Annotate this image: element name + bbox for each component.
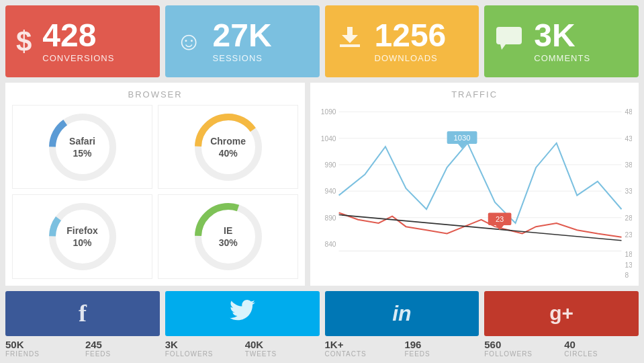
googleplus-bar: g+	[484, 291, 639, 336]
linkedin-icon: in	[392, 301, 411, 326]
bottom-cards: f 50K FRIENDS 245 FEEDS	[5, 291, 639, 358]
googleplus-stats: 560 FOLLOWERS 40 CIRCLES	[484, 336, 639, 358]
svg-text:48: 48	[625, 109, 632, 116]
svg-text:840: 840	[325, 241, 336, 248]
svg-rect-1	[496, 27, 522, 44]
sessions-number: 27K	[213, 19, 272, 52]
twitter-followers-label: FOLLOWERS	[165, 350, 240, 358]
svg-text:38: 38	[625, 161, 632, 169]
svg-text:1090: 1090	[321, 109, 336, 116]
social-card-googleplus: g+ 560 FOLLOWERS 40 CIRCLES	[484, 291, 639, 358]
smiley-icon: ☺	[176, 27, 202, 56]
social-card-facebook: f 50K FRIENDS 245 FEEDS	[5, 291, 160, 358]
donut-firefox: Firefox10%	[12, 194, 152, 278]
twitter-icon	[230, 300, 255, 327]
downloads-number: 1256	[375, 19, 447, 52]
svg-text:43: 43	[625, 135, 632, 143]
googleplus-circles: 40 CIRCLES	[564, 339, 639, 358]
svg-text:1030: 1030	[454, 134, 471, 142]
facebook-icon: f	[79, 299, 87, 327]
svg-text:8: 8	[625, 272, 629, 279]
chart-area: 1090 1040 990 940 890 840 48 43 38 33 28…	[317, 105, 632, 279]
svg-text:890: 890	[325, 214, 336, 222]
stat-card-comments: 3K COMMENTS	[484, 5, 639, 77]
facebook-feeds: 245 FEEDS	[85, 339, 160, 358]
twitter-tweets-label: TWEETS	[245, 350, 320, 358]
twitter-bar	[165, 291, 320, 336]
chrome-label: Chrome40%	[210, 135, 246, 159]
firefox-label: Firefox10%	[66, 225, 98, 249]
linkedin-bar: in	[325, 291, 479, 336]
googleplus-followers-number: 560	[484, 339, 559, 350]
sessions-info: 27K SESSIONS	[213, 19, 272, 63]
downloads-info: 1256 DOWNLOADS	[375, 19, 447, 63]
twitter-tweets: 40K TWEETS	[245, 339, 320, 358]
conversions-label: CONVERSIONS	[42, 53, 114, 63]
conversions-info: 428 CONVERSIONS	[42, 19, 114, 63]
linkedin-feeds-number: 196	[404, 339, 479, 350]
linkedin-contacts-label: CONTACTS	[325, 350, 400, 358]
facebook-friends-label: FRIENDS	[5, 350, 80, 358]
safari-label: Safari15%	[69, 135, 95, 159]
download-icon	[336, 24, 364, 58]
stat-card-sessions: ☺ 27K SESSIONS	[165, 5, 320, 77]
facebook-friends: 50K FRIENDS	[5, 339, 80, 358]
facebook-friends-number: 50K	[5, 339, 80, 350]
browser-title: BROWSER	[12, 89, 298, 99]
svg-text:18: 18	[625, 251, 632, 258]
facebook-bar: f	[5, 291, 160, 336]
facebook-feeds-number: 245	[85, 339, 160, 350]
googleplus-followers: 560 FOLLOWERS	[484, 339, 559, 358]
linkedin-feeds-label: FEEDS	[404, 350, 479, 358]
twitter-followers: 3K FOLLOWERS	[165, 339, 240, 358]
svg-text:23: 23	[496, 215, 504, 223]
facebook-stats: 50K FRIENDS 245 FEEDS	[5, 336, 160, 358]
comments-label: COMMENTS	[534, 53, 590, 63]
linkedin-feeds: 196 FEEDS	[404, 339, 479, 358]
svg-text:990: 990	[325, 161, 336, 169]
traffic-title: TRAFFIC	[317, 89, 632, 99]
twitter-stats: 3K FOLLOWERS 40K TWEETS	[165, 336, 320, 358]
social-card-twitter: 3K FOLLOWERS 40K TWEETS	[165, 291, 320, 358]
donut-ie-container: IE30%	[191, 200, 265, 274]
conversions-number: 428	[42, 19, 114, 52]
middle-section: BROWSER Safari15%	[5, 83, 639, 286]
comments-icon	[495, 26, 523, 57]
top-cards: $ 428 CONVERSIONS ☺ 27K SESSIONS 1256	[5, 5, 639, 77]
donut-safari-container: Safari15%	[46, 110, 120, 184]
facebook-feeds-label: FEEDS	[85, 350, 160, 358]
browser-panel: BROWSER Safari15%	[5, 83, 305, 286]
svg-marker-2	[500, 44, 506, 50]
traffic-chart: 1090 1040 990 940 890 840 48 43 38 33 28…	[317, 105, 632, 279]
donut-chrome-container: Chrome40%	[191, 110, 265, 184]
donut-safari: Safari15%	[12, 105, 152, 189]
googleplus-followers-label: FOLLOWERS	[484, 350, 559, 358]
donut-firefox-container: Firefox10%	[46, 200, 120, 274]
svg-text:33: 33	[625, 188, 632, 196]
social-card-linkedin: in 1K+ CONTACTS 196 FEEDS	[325, 291, 479, 358]
svg-rect-0	[340, 44, 360, 47]
linkedin-contacts: 1K+ CONTACTS	[325, 339, 400, 358]
linkedin-stats: 1K+ CONTACTS 196 FEEDS	[325, 336, 479, 358]
donut-ie: IE30%	[158, 194, 298, 278]
linkedin-contacts-number: 1K+	[325, 339, 400, 350]
twitter-followers-number: 3K	[165, 339, 240, 350]
svg-text:1040: 1040	[321, 135, 336, 143]
svg-text:13: 13	[625, 261, 632, 269]
traffic-panel: TRAFFIC 1090 1040 990 940 890 840 48 43 …	[310, 83, 639, 286]
dashboard: $ 428 CONVERSIONS ☺ 27K SESSIONS 1256	[0, 0, 644, 363]
comments-number: 3K	[534, 19, 590, 52]
comments-info: 3K COMMENTS	[534, 19, 590, 63]
downloads-label: DOWNLOADS	[375, 53, 447, 63]
ie-label: IE30%	[219, 225, 238, 249]
svg-text:23: 23	[625, 231, 632, 239]
googleplus-circles-label: CIRCLES	[564, 350, 639, 358]
googleplus-circles-number: 40	[564, 339, 639, 350]
twitter-tweets-number: 40K	[245, 339, 320, 350]
svg-text:940: 940	[325, 188, 336, 196]
stat-card-conversions: $ 428 CONVERSIONS	[5, 5, 160, 77]
donut-chrome: Chrome40%	[158, 105, 298, 189]
svg-line-32	[339, 215, 622, 241]
googleplus-icon: g+	[549, 302, 573, 325]
donut-grid: Safari15% Chrome40%	[12, 105, 298, 279]
